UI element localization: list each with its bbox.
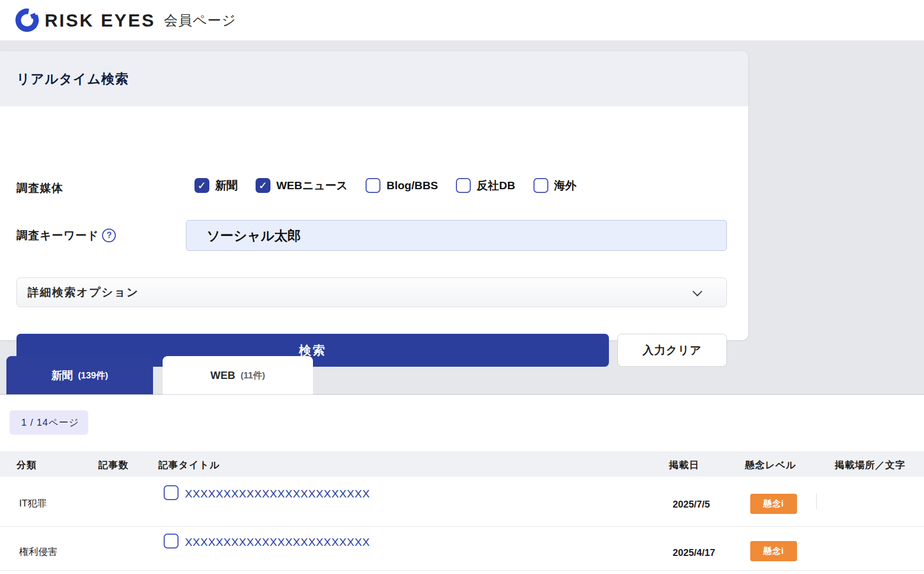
row-category: 権利侵害: [19, 545, 57, 558]
row-date: 2025/4/17: [673, 547, 715, 559]
keyword-label-group: 調査キーワード ?: [16, 228, 116, 243]
column-header-concern-level: 懸念レベル: [745, 459, 796, 471]
tab-count: (139件): [78, 369, 108, 382]
advanced-options-label: 詳細検索オプション: [28, 285, 139, 300]
page-title: リアルタイム検索: [16, 70, 129, 88]
article-title-link[interactable]: XXXXXXXXXXXXXXXXXXXXXXXX: [185, 536, 370, 548]
advanced-options-toggle[interactable]: 詳細検索オプション: [16, 277, 727, 307]
table-row: IT犯罪 XXXXXXXXXXXXXXXXXXXXXXXX 2025/7/5 懸…: [0, 477, 924, 526]
concern-level-badge[interactable]: 懸念i: [750, 541, 797, 561]
media-option-shinbun[interactable]: 新聞: [194, 178, 238, 193]
media-option-hanshadb[interactable]: 反社DB: [456, 178, 515, 193]
row-category: IT犯罪: [19, 497, 47, 510]
column-header-title: 記事タイトル: [158, 459, 220, 471]
column-header-category: 分類: [16, 459, 37, 471]
keyword-label: 調査キーワード: [16, 228, 99, 243]
riskeyes-logo-icon: [15, 8, 39, 32]
brand-name: RISK EYES: [45, 10, 155, 31]
media-option-kaigai[interactable]: 海外: [533, 178, 577, 193]
results-table-header: 分類 記事数 記事タイトル 掲載日 懸念レベル 掲載場所／文字: [0, 451, 924, 477]
media-label: 調査媒体: [16, 181, 63, 196]
pagination-indicator: 1 / 14ページ: [10, 410, 88, 435]
column-header-date: 掲載日: [669, 459, 699, 471]
tab-count: (11件): [241, 369, 265, 382]
app-header: RISK EYES 会員ページ: [0, 0, 924, 40]
column-header-location: 掲載場所／文字: [835, 459, 905, 471]
media-option-label: 新聞: [215, 178, 238, 193]
checkbox-icon[interactable]: [456, 178, 471, 193]
clear-input-button[interactable]: 入力クリア: [617, 334, 727, 367]
concern-level-badge[interactable]: 懸念i: [750, 494, 797, 514]
help-icon[interactable]: ?: [102, 229, 116, 242]
media-option-label: 海外: [554, 178, 577, 193]
card-header: リアルタイム検索: [0, 51, 748, 106]
media-option-label: Blog/BBS: [386, 179, 438, 192]
faint-divider-tick: [816, 493, 817, 509]
media-option-label: WEBニュース: [276, 178, 347, 193]
tab-shinbun[interactable]: 新聞 (139件): [6, 356, 153, 394]
checkbox-icon[interactable]: [533, 178, 548, 193]
tab-web[interactable]: WEB (11件): [163, 356, 313, 394]
row-checkbox[interactable]: [164, 485, 179, 500]
checkbox-icon[interactable]: [366, 178, 380, 193]
row-date: 2025/7/5: [673, 499, 710, 510]
chevron-down-icon: [692, 286, 702, 296]
row-divider: [0, 570, 924, 571]
media-options: 新聞 WEBニュース Blog/BBS 反社DB 海外: [194, 178, 577, 193]
media-option-webnews[interactable]: WEBニュース: [256, 178, 347, 193]
tab-label: WEB: [210, 369, 235, 382]
media-option-label: 反社DB: [477, 178, 515, 193]
tab-label: 新聞: [52, 368, 73, 383]
realtime-search-card: リアルタイム検索 調査媒体 新聞 WEBニュース Blog/BBS 反社DB 海…: [0, 51, 748, 340]
brand-suffix: 会員ページ: [164, 11, 236, 30]
checkbox-icon[interactable]: [256, 178, 270, 193]
column-header-article-count: 記事数: [98, 459, 129, 471]
table-row: 権利侵害 XXXXXXXXXXXXXXXXXXXXXXXX 2025/4/17 …: [0, 526, 924, 570]
media-option-blogbbs[interactable]: Blog/BBS: [366, 178, 438, 193]
row-checkbox[interactable]: [164, 534, 179, 548]
checkbox-icon[interactable]: [194, 178, 209, 193]
keyword-input[interactable]: [186, 220, 727, 251]
article-title-link[interactable]: XXXXXXXXXXXXXXXXXXXXXXXX: [185, 487, 370, 500]
